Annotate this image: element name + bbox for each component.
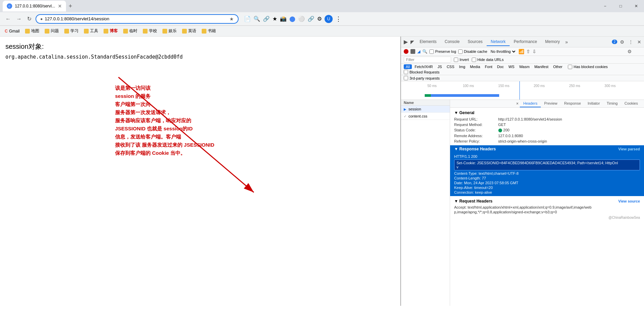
filter-tag-wasm[interactable]: Wasm [517,64,532,69]
filter-tag-css[interactable]: CSS [445,64,457,69]
more-options-icon[interactable]: ⋮ [335,15,341,23]
detail-tab-timing[interactable]: Timing [603,100,621,107]
view-parsed-link[interactable]: View parsed [618,147,640,151]
invert-checkbox[interactable]: Invert [454,58,469,62]
throttle-select[interactable]: No throttling [489,49,516,54]
forward-button[interactable]: → [15,15,23,23]
request-list-header: Name [401,100,450,106]
devtools-tab-sources[interactable]: Sources [464,38,487,46]
request-headers-title[interactable]: ▼ Request Headers View source [454,197,640,205]
extension-icon-9[interactable]: ⚙ [317,16,322,22]
filter-tag-media[interactable]: Media [468,64,482,69]
third-party-checkbox[interactable]: 3rd-party requests [404,76,440,80]
devtools-close-icon[interactable]: ✕ [636,39,643,45]
detail-tab-preview[interactable]: Preview [541,100,561,107]
filter-tag-img[interactable]: Img [457,64,467,69]
bookmark-maps[interactable]: 地图 [23,27,41,35]
referrer-policy-row: Referrer Policy: strict-origin-when-cros… [454,139,640,144]
filter-tag-other[interactable]: Other [551,64,564,69]
devtools-tab-network[interactable]: Network [487,38,510,46]
view-source-link[interactable]: View source [618,199,640,203]
bookmark-star-icon[interactable]: ★ [229,16,234,22]
avatar-icon[interactable]: U [325,15,333,23]
status-code-value: ⬤ 200 [498,128,640,132]
extension-icon-4[interactable]: ★ [272,16,277,22]
bookmark-blog[interactable]: 博客 [102,27,120,35]
bookmarks-bar: C Gmail 地图 问题 学习 工具 博客 临时 学校 娱乐 英语 书籍 [0,26,644,37]
upload-har-button[interactable]: ⇧ [526,49,530,54]
minimize-button[interactable]: − [597,0,613,12]
filter-tag-font[interactable]: Font [483,64,494,69]
preserve-log-checkbox[interactable]: Preserve log [429,49,456,54]
refresh-button[interactable]: ↻ [26,15,33,23]
extension-icon-6[interactable]: ⬤ [289,16,295,22]
filter-tag-js[interactable]: JS [436,64,444,69]
filter-tag-ws[interactable]: WS [506,64,516,69]
page-content-area: session对象: org.apache.catalina.session.S… [0,37,400,306]
devtools-more-options-icon[interactable]: ⋮ [627,39,635,45]
close-button[interactable]: ✕ [628,0,644,12]
request-list: Name ▶ session ✓ content.css [401,100,450,306]
request-session-name: session [408,107,421,111]
bookmark-school[interactable]: 学校 [141,27,159,35]
date-row: Date: Mon, 24 Apr 2023 07:58:05 GMT [454,181,640,185]
extension-icon-1[interactable]: 📄 [244,16,251,22]
download-har-button[interactable]: ⇩ [532,49,536,54]
devtools-tab-console[interactable]: Console [441,38,464,46]
bookmark-gmail[interactable]: C Gmail [3,28,22,34]
has-blocked-cookies-checkbox[interactable]: Has blocked cookies [568,65,608,69]
extension-icon-7[interactable]: ⚪ [298,16,305,22]
content-length-row: Content-Length: 77 [454,176,640,181]
request-item-css[interactable]: ✓ content.css [401,113,450,120]
hide-data-urls-checkbox[interactable]: Hide data URLs [472,58,504,62]
browser-tab[interactable]: C 127.0.0.1:8080/servl... ✕ [3,1,66,12]
bookmark-temp[interactable]: 临时 [121,27,139,35]
remote-address-value: 127.0.0.1:8080 [498,134,640,138]
detail-tab-response[interactable]: Response [561,100,584,107]
extension-icon-8[interactable]: 🔗 [308,16,314,22]
devtools-more-tabs[interactable]: » [565,39,568,45]
devtools-tab-elements[interactable]: Elements [416,38,441,46]
record-button[interactable] [404,49,408,54]
tab-close-button[interactable]: ✕ [58,3,62,9]
timeline-container: 50 ms 100 ms 150 ms 200 ms 250 ms 300 ms [401,81,644,100]
extension-icon-3[interactable]: 🔗 [263,16,270,22]
bookmark-english[interactable]: 英语 [180,27,198,35]
devtools-tab-performance[interactable]: Performance [510,38,541,46]
address-bar[interactable]: ● 127.0.0.1:8080/servlet14/session ★ [36,14,239,24]
detail-tab-cookies[interactable]: Cookies [621,100,641,107]
devtools-settings-icon[interactable]: ⚙ [619,39,626,45]
request-item-session[interactable]: ▶ session [401,106,450,113]
bookmark-study[interactable]: 学习 [62,27,81,35]
maximize-button[interactable]: □ [613,0,628,12]
filter-tag-all[interactable]: All [404,64,412,69]
new-tab-button[interactable]: + [66,3,75,10]
disable-cache-checkbox[interactable]: Disable cache [458,49,487,54]
filter-tag-fetch[interactable]: Fetch/XHR [413,64,435,69]
clear-network-button[interactable]: ⚙ [627,49,632,54]
back-button[interactable]: ← [4,15,12,23]
filter-tag-doc[interactable]: Doc [495,64,506,69]
filter-tag-manifest[interactable]: Manifest [532,64,551,69]
detail-tab-initiator[interactable]: Initiator [584,100,603,107]
devtools-device-icon[interactable]: ◤ [409,39,416,45]
stop-button[interactable] [410,49,415,54]
bookmark-entertainment[interactable]: 娱乐 [160,27,179,35]
extension-icon-5[interactable]: 📸 [280,16,287,22]
general-section-header[interactable]: ▼ General [454,109,640,116]
devtools-inspect-icon[interactable]: ▶ [402,38,409,46]
response-headers-title[interactable]: ▼ Response Headers View parsed [450,145,644,153]
filter-input[interactable] [404,57,451,63]
devtools-tab-memory[interactable]: Memory [541,38,564,46]
request-css-icon: ✓ [404,114,406,118]
detail-tab-headers[interactable]: Headers [520,100,541,107]
search-network-button[interactable]: 🔍 [422,49,427,54]
extension-icon-2[interactable]: 🔍 [253,16,260,22]
blocked-requests-checkbox[interactable]: Blocked Requests [404,70,440,74]
request-session-icon: ▶ [404,107,406,111]
bookmark-questions[interactable]: 问题 [43,27,61,35]
bookmark-tools[interactable]: 工具 [82,27,100,35]
filter-toggle-button[interactable]: ◢ [417,49,420,54]
detail-close-button[interactable]: × [515,100,520,107]
bookmark-books[interactable]: 书籍 [200,27,218,35]
